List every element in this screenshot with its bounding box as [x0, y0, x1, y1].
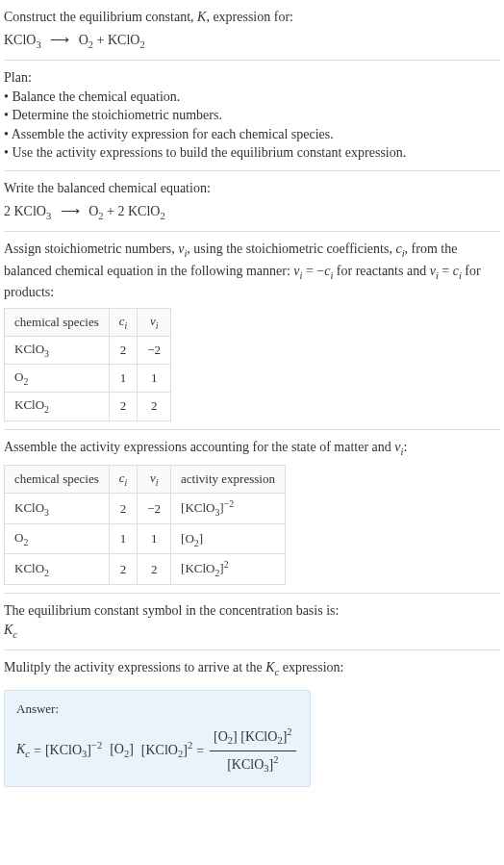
col-ci: ci: [109, 466, 138, 494]
activity-table: chemical species ci νi activity expressi…: [4, 465, 286, 585]
intro-reaction: KClO3 ⟶ O2 + KClO2: [4, 31, 500, 52]
col-nui: νi: [138, 308, 171, 336]
plan-item: Assemble the activity expression for eac…: [4, 125, 500, 144]
term-3: [KClO2]2: [141, 739, 192, 762]
term-1: [KClO3]−2: [45, 739, 102, 762]
table-row: O2 1 1: [5, 365, 171, 393]
balanced-equation: 2 KClO3 ⟶ O2 + 2 KClO2: [4, 202, 500, 223]
basis-symbol: Kc: [4, 621, 500, 642]
kc-symbol: Kc: [16, 740, 30, 761]
cell-species: KClO2: [5, 554, 110, 585]
plan-item: Balance the chemical equation.: [4, 88, 500, 107]
answer-label: Answer:: [16, 700, 298, 718]
intro-title: Construct the equilibrium constant, K, e…: [4, 8, 500, 27]
cell-activity: [KClO2]2: [171, 554, 286, 585]
table-row: KClO3 2 −2 [KClO3]−2: [5, 494, 286, 524]
divider: [4, 649, 500, 650]
plan-item: Determine the stoichiometric numbers.: [4, 106, 500, 125]
table-row: O2 1 1 [O2]: [5, 523, 286, 554]
basis-section: The equilibrium constant symbol in the c…: [4, 601, 500, 642]
equals: =: [34, 742, 41, 761]
divider: [4, 60, 500, 61]
col-species: chemical species: [5, 466, 110, 494]
fraction: [O2] [KClO2]2 [KClO3]2: [210, 725, 296, 776]
cell-activity: [O2]: [171, 523, 286, 554]
col-ci: ci: [109, 308, 138, 336]
table-header-row: chemical species ci νi: [5, 308, 171, 336]
cell-c: 2: [109, 336, 138, 364]
table-header-row: chemical species ci νi activity expressi…: [5, 466, 286, 494]
cell-c: 2: [109, 393, 138, 420]
answer-box: Answer: Kc = [KClO3]−2 [O2] [KClO2]2 = […: [4, 690, 311, 787]
cell-species: KClO3: [5, 494, 110, 524]
intro-section: Construct the equilibrium constant, K, e…: [4, 8, 500, 52]
cell-nu: −2: [138, 494, 171, 524]
multiply-section: Mulitply the activity expressions to arr…: [4, 658, 500, 679]
divider: [4, 593, 500, 594]
col-activity: activity expression: [171, 466, 286, 494]
activity-section: Assemble the activity expressions accoun…: [4, 438, 500, 585]
cell-nu: 2: [138, 554, 171, 585]
cell-species: O2: [5, 365, 110, 393]
denominator: [KClO3]2: [223, 751, 282, 776]
stoich-table: chemical species ci νi KClO3 2 −2 O2 1 1…: [4, 308, 171, 421]
stoich-section: Assign stoichiometric numbers, νi, using…: [4, 240, 500, 421]
term-2: [O2]: [110, 740, 134, 761]
table-row: KClO3 2 −2: [5, 336, 171, 364]
cell-c: 2: [109, 554, 138, 585]
table-row: KClO2 2 2 [KClO2]2: [5, 554, 286, 585]
cell-activity: [KClO3]−2: [171, 494, 286, 524]
cell-c: 1: [109, 523, 138, 554]
divider: [4, 170, 500, 171]
col-nui: νi: [138, 466, 171, 494]
divider: [4, 231, 500, 232]
balanced-section: Write the balanced chemical equation: 2 …: [4, 179, 500, 223]
cell-species: KClO2: [5, 393, 110, 420]
plan-section: Plan: Balance the chemical equation. Det…: [4, 68, 500, 163]
basis-text: The equilibrium constant symbol in the c…: [4, 601, 500, 621]
multiply-text: Mulitply the activity expressions to arr…: [4, 658, 500, 679]
cell-c: 1: [109, 365, 138, 393]
table-row: KClO2 2 2: [5, 393, 171, 420]
cell-nu: 1: [138, 365, 171, 393]
answer-expression: Kc = [KClO3]−2 [O2] [KClO2]2 = [O2] [KCl…: [16, 725, 298, 776]
plan-item: Use the activity expressions to build th…: [4, 143, 500, 163]
numerator: [O2] [KClO2]2: [210, 725, 296, 751]
cell-species: O2: [5, 523, 110, 554]
cell-nu: −2: [138, 336, 171, 364]
equals: =: [196, 742, 204, 761]
plan-list: Balance the chemical equation. Determine…: [4, 88, 500, 163]
col-species: chemical species: [5, 308, 110, 336]
cell-nu: 2: [138, 393, 171, 420]
activity-text: Assemble the activity expressions accoun…: [4, 438, 500, 459]
plan-heading: Plan:: [4, 68, 500, 88]
cell-c: 2: [109, 494, 138, 524]
stoich-text: Assign stoichiometric numbers, νi, using…: [4, 240, 500, 302]
cell-species: KClO3: [5, 336, 110, 364]
divider: [4, 429, 500, 430]
cell-nu: 1: [138, 523, 171, 554]
balanced-heading: Write the balanced chemical equation:: [4, 179, 500, 198]
